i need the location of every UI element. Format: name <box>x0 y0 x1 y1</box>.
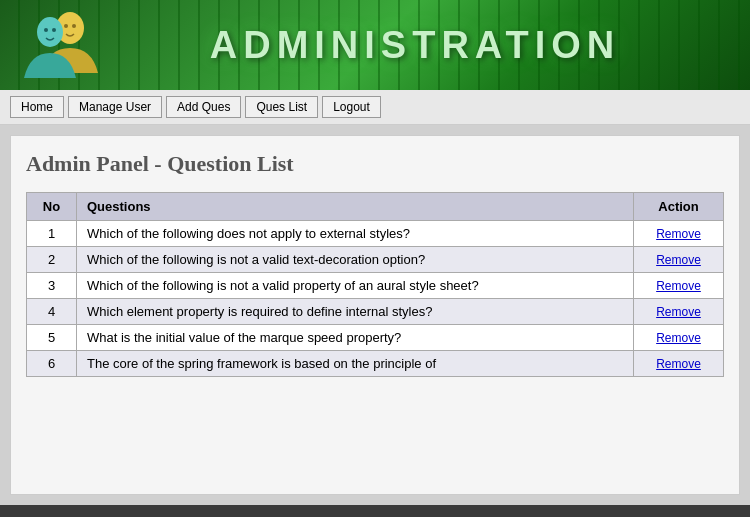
nav-home[interactable]: Home <box>10 96 64 118</box>
remove-link[interactable]: Remove <box>656 279 701 293</box>
svg-point-5 <box>52 28 56 32</box>
cell-action: Remove <box>634 273 724 299</box>
svg-point-4 <box>44 28 48 32</box>
col-header-no: No <box>27 193 77 221</box>
remove-link[interactable]: Remove <box>656 227 701 241</box>
col-header-questions: Questions <box>77 193 634 221</box>
header: ADMINISTRATION <box>0 0 750 90</box>
remove-link[interactable]: Remove <box>656 331 701 345</box>
cell-question: Which of the following does not apply to… <box>77 221 634 247</box>
table-row: 2Which of the following is not a valid t… <box>27 247 724 273</box>
cell-action: Remove <box>634 351 724 377</box>
cell-no: 6 <box>27 351 77 377</box>
cell-action: Remove <box>634 325 724 351</box>
table-row: 6The core of the spring framework is bas… <box>27 351 724 377</box>
table-row: 3Which of the following is not a valid p… <box>27 273 724 299</box>
nav-manage-user[interactable]: Manage User <box>68 96 162 118</box>
header-icon <box>20 8 100 83</box>
footer: nayem Howlader <box>0 505 750 517</box>
remove-link[interactable]: Remove <box>656 305 701 319</box>
svg-point-1 <box>37 17 63 47</box>
panel-title: Admin Panel - Question List <box>26 151 724 177</box>
cell-question: Which element property is required to de… <box>77 299 634 325</box>
cell-action: Remove <box>634 221 724 247</box>
remove-link[interactable]: Remove <box>656 253 701 267</box>
navbar: Home Manage User Add Ques Ques List Logo… <box>0 90 750 125</box>
cell-question: Which of the following is not a valid te… <box>77 247 634 273</box>
header-title-text: ADMINISTRATION <box>210 24 621 66</box>
cell-no: 2 <box>27 247 77 273</box>
svg-point-2 <box>64 24 68 28</box>
table-row: 5What is the initial value of the marque… <box>27 325 724 351</box>
cell-action: Remove <box>634 247 724 273</box>
svg-point-3 <box>72 24 76 28</box>
question-table: No Questions Action 1Which of the follow… <box>26 192 724 377</box>
remove-link[interactable]: Remove <box>656 357 701 371</box>
table-row: 4Which element property is required to d… <box>27 299 724 325</box>
cell-question: The core of the spring framework is base… <box>77 351 634 377</box>
cell-question: What is the initial value of the marque … <box>77 325 634 351</box>
nav-ques-list[interactable]: Ques List <box>245 96 318 118</box>
cell-question: Which of the following is not a valid pr… <box>77 273 634 299</box>
table-row: 1Which of the following does not apply t… <box>27 221 724 247</box>
cell-no: 4 <box>27 299 77 325</box>
cell-no: 5 <box>27 325 77 351</box>
nav-add-ques[interactable]: Add Ques <box>166 96 241 118</box>
cell-no: 1 <box>27 221 77 247</box>
nav-logout[interactable]: Logout <box>322 96 381 118</box>
col-header-action: Action <box>634 193 724 221</box>
header-title: ADMINISTRATION <box>100 24 730 67</box>
cell-no: 3 <box>27 273 77 299</box>
cell-action: Remove <box>634 299 724 325</box>
main-content: Admin Panel - Question List No Questions… <box>10 135 740 495</box>
